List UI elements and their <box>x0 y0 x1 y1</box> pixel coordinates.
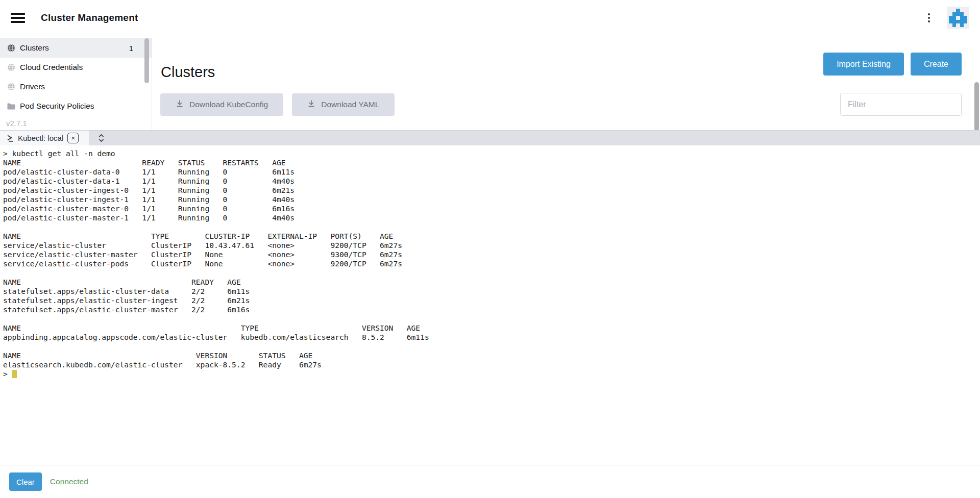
download-kubeconfig-button[interactable]: Download KubeConfig <box>160 93 283 116</box>
sidebar-item-drivers[interactable]: Drivers <box>0 77 152 96</box>
connection-status: Connected <box>50 477 88 486</box>
sidebar-item-label: Drivers <box>20 82 45 91</box>
sidebar-item-label: Clusters <box>20 43 49 53</box>
sidebar-item-label: Cloud Credentials <box>20 63 83 72</box>
sidebar-item-clusters[interactable]: Clusters1 <box>0 38 152 58</box>
header-right <box>922 7 969 29</box>
sidebar-nav: Clusters1Cloud CredentialsDriversPod Sec… <box>0 38 152 116</box>
create-button[interactable]: Create <box>911 53 962 76</box>
sidebar-scrollbar-thumb[interactable] <box>144 38 149 83</box>
clear-button[interactable]: Clear <box>9 472 42 491</box>
terminal-prompt-icon <box>7 134 14 142</box>
terminal-tabbar: Kubectl: local × <box>0 130 980 145</box>
terminal-body[interactable]: > kubectl get all -n demo NAME READY STA… <box>0 145 980 465</box>
main-scrollbar-thumb[interactable] <box>974 82 979 131</box>
filter-input[interactable] <box>840 93 962 116</box>
terminal-output: > kubectl get all -n demo NAME READY STA… <box>3 149 980 369</box>
download-icon <box>176 99 184 110</box>
kubectl-terminal-panel: Kubectl: local × > kubectl get all -n de… <box>0 130 980 498</box>
app-title: Cluster Management <box>41 12 138 23</box>
sidebar-item-label: Pod Security Policies <box>20 102 94 111</box>
app-header: Cluster Management <box>0 0 980 36</box>
terminal-prompt-line: > <box>3 369 980 379</box>
avatar[interactable] <box>947 7 969 29</box>
secondary-actions: Download KubeConfig Download YAML <box>160 93 962 116</box>
terminal-tab-close-button[interactable]: × <box>67 133 79 143</box>
sidebar-item-count: 1 <box>129 44 133 53</box>
chevron-up-down-icon <box>98 134 105 142</box>
terminal-prompt: > <box>3 369 8 379</box>
page-title: Clusters <box>161 64 215 81</box>
close-icon: × <box>71 135 75 141</box>
sidebar-item-pod-security-policies[interactable]: Pod Security Policies <box>0 96 152 116</box>
primary-actions: Import Existing Create <box>823 53 962 76</box>
hamburger-menu-button[interactable] <box>11 13 25 23</box>
download-yaml-button[interactable]: Download YAML <box>292 93 395 116</box>
terminal-cursor <box>12 370 17 378</box>
sidebar-item-cloud-credentials[interactable]: Cloud Credentials <box>0 58 152 77</box>
import-existing-button[interactable]: Import Existing <box>823 53 904 76</box>
version-label: v2.7.1 <box>6 119 152 128</box>
terminal-footer: Clear Connected <box>0 465 980 498</box>
terminal-resize-toggle[interactable] <box>97 133 106 143</box>
globe-icon <box>7 63 15 71</box>
terminal-tab-label: Kubectl: local <box>18 134 63 142</box>
kebab-menu-button[interactable] <box>922 10 936 26</box>
download-icon <box>307 99 315 110</box>
globe-icon <box>7 44 15 52</box>
terminal-tab-kubectl-local[interactable]: Kubectl: local × <box>0 131 89 145</box>
globe-icon <box>7 83 15 91</box>
folder-icon <box>7 102 15 110</box>
